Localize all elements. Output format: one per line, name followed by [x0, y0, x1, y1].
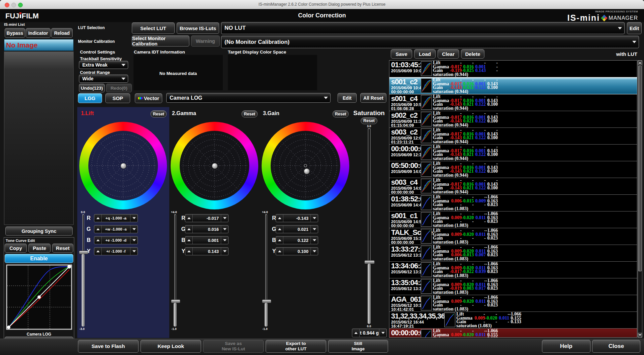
- tab-lgg[interactable]: LGG: [78, 93, 102, 103]
- close-button[interactable]: Close: [592, 340, 640, 353]
- lut-dropdown[interactable]: NO LUT: [221, 22, 625, 34]
- spin-down-icon[interactable]: [310, 248, 318, 255]
- gain-slider-track[interactable]: [265, 214, 267, 300]
- tab-vector[interactable]: Vector: [135, 93, 162, 103]
- all-reset-button[interactable]: All Reset: [360, 93, 386, 103]
- preset-saturation: saturation (1.083): [433, 307, 498, 311]
- tone-curve-reset-button[interactable]: Reset: [52, 244, 73, 253]
- spin-up-icon[interactable]: [276, 214, 283, 222]
- gain-wheel[interactable]: [262, 122, 349, 209]
- spin-up-icon[interactable]: [94, 214, 102, 222]
- indicator-button[interactable]: Indicator: [26, 28, 51, 38]
- trackball-sensitivity-dropdown[interactable]: Extra Weak: [79, 61, 128, 69]
- keep-look-button[interactable]: Keep Look: [141, 340, 201, 353]
- preset-row[interactable]: 05:50:00:00 2015/06/09 14:07 Lift---- Ga…: [389, 161, 637, 178]
- preset-row[interactable]: s001_c1 2015/06/09 14:56 00:00:00:00 Lif…: [389, 211, 637, 228]
- saturation-reset-button[interactable]: Reset: [361, 117, 377, 124]
- save-to-flash-button[interactable]: Save to Flash: [78, 340, 139, 353]
- gain-trackball-puck[interactable]: [304, 168, 310, 174]
- help-button[interactable]: Help: [542, 340, 590, 353]
- gamma-wheel[interactable]: [171, 122, 258, 209]
- preset-row[interactable]: 01:03:45:29 2015/06/09 10:05 Lift---- Ga…: [389, 61, 637, 77]
- reload-button[interactable]: Reload: [51, 28, 73, 38]
- preset-row[interactable]: AGA_0612 2015/06/12 10:38 10:41:42:01 Li…: [389, 295, 637, 312]
- monitor-calibration-dropdown[interactable]: (No Monitor Calibration): [221, 36, 639, 48]
- undo-button[interactable]: Undo(123): [79, 84, 105, 92]
- spin-up-icon[interactable]: [276, 237, 283, 244]
- preset-load-button[interactable]: Load: [414, 49, 436, 59]
- spin-down-icon[interactable]: [130, 248, 137, 255]
- spin-up-icon[interactable]: [276, 248, 283, 255]
- spin-down-icon[interactable]: [310, 226, 318, 233]
- lift-slider-track[interactable]: [82, 214, 84, 251]
- preset-row[interactable]: s003_c4 2015/06/09 14:07 00:00:00:00 Lif…: [389, 178, 637, 195]
- preset-scrollbar[interactable]: [638, 60, 642, 338]
- device-list[interactable]: [4, 52, 74, 225]
- bypass-button[interactable]: Bypass: [5, 28, 25, 38]
- scroll-down-icon[interactable]: [638, 333, 642, 337]
- gain-reset-button[interactable]: Reset: [333, 110, 349, 117]
- spin-up-icon[interactable]: [185, 226, 193, 233]
- preset-delete-button[interactable]: Delete: [461, 49, 484, 59]
- preset-row[interactable]: 13:35:04:28 2015/06/12 13:32 Lift----1.0…: [389, 278, 637, 295]
- spin-up-icon[interactable]: [352, 329, 360, 337]
- preset-row[interactable]: 13:33:27:14 2015/06/12 13:30 Lift----1.0…: [389, 245, 637, 262]
- preset-row[interactable]: 01:38:52:09 2015/06/09 14:42 Lift----1.0…: [389, 195, 637, 211]
- spin-down-icon[interactable]: [130, 214, 137, 222]
- spin-down-icon[interactable]: [310, 214, 318, 222]
- preset-row[interactable]: 00:00:00:00 2015/06/09 12:33 Lift---- Ga…: [389, 145, 637, 161]
- gamma-trackball-puck[interactable]: [212, 163, 218, 169]
- preset-clear-button[interactable]: Clear: [438, 49, 459, 59]
- spin-down-icon[interactable]: [221, 214, 228, 222]
- lift-trackball-puck[interactable]: [120, 163, 126, 169]
- spin-up-icon[interactable]: [276, 226, 283, 233]
- spin-up-icon[interactable]: [94, 248, 102, 255]
- tone-curve-graph[interactable]: [6, 264, 72, 330]
- tone-curve-paste-button[interactable]: Paste: [28, 244, 51, 253]
- curve-edit-button[interactable]: Edit: [338, 93, 357, 103]
- lut-edit-button[interactable]: Edit: [627, 22, 642, 34]
- select-monitor-calibration-button[interactable]: Select Monitor Calibration: [132, 35, 189, 47]
- spin-down-icon[interactable]: [130, 226, 137, 233]
- spin-up-icon[interactable]: [185, 214, 193, 222]
- spin-up-icon[interactable]: [185, 248, 193, 255]
- grouping-sync-button[interactable]: Grouping Sync: [5, 227, 73, 236]
- preset-row[interactable]: s001_c2 2015/06/09 10:43 00:00:00:00 Lif…: [389, 77, 637, 94]
- lift-slider-max: 0.0: [78, 210, 88, 214]
- spin-down-icon[interactable]: [221, 248, 228, 255]
- spin-up-icon[interactable]: [94, 226, 102, 233]
- spin-up-icon[interactable]: [94, 237, 102, 244]
- spin-down-icon[interactable]: [130, 237, 137, 244]
- preset-row[interactable]: 13:34:06:20 2015/06/12 13:31 Lift----1.0…: [389, 262, 637, 278]
- trackball-sensitivity-label: Trackball Sensitivity: [80, 56, 122, 61]
- lift-wheel[interactable]: [79, 122, 167, 209]
- tone-curve-enable-button[interactable]: Enable: [5, 254, 73, 263]
- lift-reset-button[interactable]: Reset: [151, 110, 167, 117]
- gamma-slider-track[interactable]: [174, 214, 176, 300]
- browse-isluts-button[interactable]: Browse IS-Luts: [177, 22, 219, 34]
- tab-sop[interactable]: SOP: [105, 93, 130, 103]
- preset-row[interactable]: TALK_Scene 2015/06/09 15:36 00:00:00:00 …: [389, 228, 637, 245]
- preset-row[interactable]: s002_c2 2015/06/09 11:34 01:15:04:09 Lif…: [389, 111, 637, 128]
- spin-down-icon[interactable]: [379, 329, 386, 337]
- curve-mode-dropdown[interactable]: Camera LOG: [166, 93, 331, 103]
- preset-save-button[interactable]: Save: [391, 49, 412, 59]
- preset-row[interactable]: 00:00:00:00 Lift----1.066 Gamma0.009-0.0…: [389, 329, 637, 338]
- preset-row[interactable]: 31,32,33,34,35,36,37 2015/06/12 16:44 16…: [389, 312, 637, 329]
- tone-curve-copy-button[interactable]: Copy: [5, 244, 27, 253]
- spin-down-icon[interactable]: [221, 226, 228, 233]
- gain-slider-min: -1.0: [259, 327, 271, 331]
- scroll-up-icon[interactable]: [638, 61, 642, 65]
- preset-row[interactable]: s003_c2 2015/06/09 12:04 01:23:11:21 Lif…: [389, 128, 637, 145]
- control-range-dropdown[interactable]: Wide: [79, 75, 128, 83]
- spin-down-icon[interactable]: [310, 237, 318, 244]
- still-image-button[interactable]: Still Image: [328, 340, 388, 353]
- select-lut-button[interactable]: Select LUT: [132, 22, 175, 34]
- preset-row[interactable]: s001_c4 2015/06/09 10:58 01:08:08:28 Lif…: [389, 94, 637, 111]
- gamma-reset-button[interactable]: Reset: [242, 110, 258, 117]
- scrollbar-thumb[interactable]: [638, 66, 642, 271]
- export-to-other-lut-button[interactable]: Export to other LUT: [266, 340, 326, 353]
- spin-down-icon[interactable]: [221, 237, 228, 244]
- spin-up-icon[interactable]: [185, 237, 193, 244]
- saturation-slider-track[interactable]: [368, 128, 370, 261]
